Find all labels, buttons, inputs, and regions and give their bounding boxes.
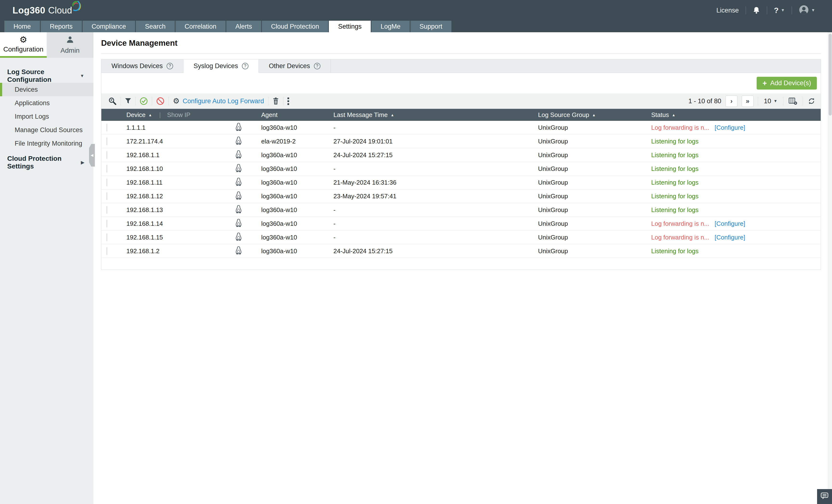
- sort-asc-icon[interactable]: ▲: [148, 113, 152, 117]
- agent-name: log360a-w10: [255, 247, 327, 255]
- last-message-time: -: [327, 124, 531, 131]
- sort-asc-icon[interactable]: ▲: [390, 113, 394, 117]
- tab-syslog-devices[interactable]: Syslog Devices ?: [183, 59, 259, 73]
- user-account-menu[interactable]: ▼: [799, 5, 815, 16]
- status-text: Listening for logs: [651, 247, 699, 255]
- device-name[interactable]: 192.168.1.13: [120, 206, 228, 214]
- nav-tab-correlation[interactable]: Correlation: [176, 21, 226, 32]
- add-devices-button[interactable]: + Add Device(s): [757, 77, 817, 89]
- sidebar-tab-admin[interactable]: Admin: [47, 32, 94, 58]
- sidebar-mode-tabs: ⚙ Configuration Admin: [0, 32, 94, 58]
- tab-windows-devices[interactable]: Windows Devices ?: [101, 59, 183, 73]
- topbar-divider: [767, 6, 767, 15]
- configure-link[interactable]: [Configure]: [714, 124, 745, 131]
- enable-check-icon[interactable]: [135, 97, 152, 105]
- last-message-time: 27-Jul-2024 19:01:01: [327, 138, 531, 145]
- help-menu[interactable]: ? ▼: [774, 6, 785, 15]
- filter-icon[interactable]: [121, 98, 135, 104]
- sidebar-group-log-source-configuration[interactable]: Log Source Configuration ▼: [0, 69, 94, 83]
- row-checkbox[interactable]: [107, 137, 107, 145]
- nav-tab-compliance[interactable]: Compliance: [83, 21, 135, 32]
- configure-auto-log-forward-label: Configure Auto Log Forward: [183, 98, 264, 105]
- last-page-button[interactable]: »: [742, 96, 754, 107]
- nav-tab-reports[interactable]: Reports: [41, 21, 82, 32]
- nav-tab-cloud-protection[interactable]: Cloud Protection: [262, 21, 328, 32]
- row-checkbox[interactable]: [107, 247, 107, 255]
- device-name[interactable]: 192.168.1.12: [120, 192, 228, 200]
- configure-link[interactable]: [Configure]: [714, 220, 745, 228]
- device-name[interactable]: 172.21.174.4: [120, 138, 228, 145]
- col-device[interactable]: Device: [126, 111, 146, 119]
- row-checkbox[interactable]: [107, 151, 107, 159]
- device-name[interactable]: 192.168.1.10: [120, 165, 228, 173]
- row-checkbox[interactable]: [107, 124, 107, 131]
- sidebar-tab-configuration[interactable]: ⚙ Configuration: [0, 32, 47, 58]
- row-checkbox[interactable]: [107, 220, 107, 228]
- col-last-message-time[interactable]: Last Message Time: [333, 111, 388, 119]
- nav-tab-support[interactable]: Support: [411, 21, 452, 32]
- help-circle-icon[interactable]: ?: [314, 63, 320, 69]
- row-checkbox[interactable]: [107, 234, 107, 241]
- sidebar-item-file-integrity-monitoring[interactable]: File Integrity Monitoring: [0, 137, 94, 150]
- help-circle-icon[interactable]: ?: [242, 63, 249, 69]
- device-name[interactable]: 192.168.1.2: [120, 247, 228, 255]
- delete-trash-icon[interactable]: [268, 98, 283, 105]
- sidebar-item-applications[interactable]: Applications: [0, 96, 94, 110]
- log-source-group: UnixGroup: [531, 247, 645, 255]
- agent-name: log360a-w10: [255, 165, 327, 173]
- pagination-range: 1 - 10 of 80: [688, 98, 722, 105]
- column-chooser-icon[interactable]: [788, 97, 798, 105]
- sort-asc-icon[interactable]: ▲: [592, 113, 596, 117]
- tab-label: Windows Devices: [111, 62, 163, 70]
- linux-penguin-icon: [235, 136, 242, 146]
- nav-tab-home[interactable]: Home: [4, 21, 40, 32]
- row-checkbox[interactable]: [107, 206, 107, 214]
- sidebar-collapse-handle[interactable]: ◀: [89, 144, 95, 166]
- scrollbar-thumb[interactable]: [829, 34, 832, 115]
- device-name[interactable]: 192.168.1.11: [120, 179, 228, 186]
- scrollbar-track[interactable]: [828, 32, 832, 504]
- disable-block-icon[interactable]: [152, 97, 168, 105]
- agent-name: log360a-w10: [255, 234, 327, 241]
- device-name[interactable]: 192.168.1.14: [120, 220, 228, 228]
- page-size-select[interactable]: 10 ▼: [762, 98, 779, 105]
- nav-tab-logme[interactable]: LogMe: [371, 21, 410, 32]
- configure-auto-log-forward[interactable]: ⚙ Configure Auto Log Forward: [169, 98, 268, 105]
- sort-asc-icon[interactable]: ▲: [672, 113, 676, 117]
- linux-penguin-icon: [235, 178, 242, 187]
- license-link[interactable]: License: [717, 7, 739, 14]
- advanced-search-icon[interactable]: [104, 97, 121, 105]
- row-checkbox[interactable]: [107, 165, 107, 173]
- col-status[interactable]: Status: [651, 111, 669, 119]
- sidebar-item-manage-cloud-sources[interactable]: Manage Cloud Sources: [0, 123, 94, 137]
- sidebar-group-cloud-protection-settings[interactable]: Cloud Protection Settings ▶: [0, 156, 94, 169]
- nav-tab-search[interactable]: Search: [136, 21, 175, 32]
- more-actions-icon[interactable]: [283, 98, 293, 105]
- agent-name: ela-w2019-2: [255, 138, 327, 145]
- refresh-icon[interactable]: [807, 97, 816, 105]
- configure-link[interactable]: [Configure]: [714, 234, 745, 241]
- next-page-button[interactable]: ›: [726, 96, 737, 107]
- row-checkbox[interactable]: [107, 192, 107, 200]
- help-circle-icon[interactable]: ?: [166, 63, 173, 69]
- toolbar-pagination: 1 - 10 of 80 › » 10 ▼: [688, 96, 816, 107]
- tab-other-devices[interactable]: Other Devices ?: [259, 59, 331, 73]
- chevron-down-icon: ▼: [811, 8, 815, 13]
- nav-tab-alerts[interactable]: Alerts: [226, 21, 261, 32]
- sidebar-tab-label: Admin: [60, 47, 79, 54]
- linux-penguin-icon: [235, 233, 242, 242]
- device-name[interactable]: 192.168.1.1: [120, 151, 228, 159]
- add-devices-label: Add Device(s): [770, 79, 811, 87]
- device-name[interactable]: 192.168.1.15: [120, 234, 228, 241]
- row-checkbox[interactable]: [107, 179, 107, 186]
- device-name[interactable]: 1.1.1.1: [120, 124, 228, 131]
- chat-support-button[interactable]: [817, 489, 832, 504]
- notifications-bell-icon[interactable]: [753, 6, 760, 14]
- col-log-source-group[interactable]: Log Source Group: [538, 111, 589, 119]
- nav-tab-settings[interactable]: Settings: [329, 21, 371, 32]
- status-text: Listening for logs: [651, 165, 699, 173]
- show-ip-toggle[interactable]: Show IP: [167, 111, 190, 119]
- sidebar-item-devices[interactable]: Devices: [0, 83, 94, 96]
- col-agent[interactable]: Agent: [261, 111, 278, 119]
- sidebar-item-import-logs[interactable]: Import Logs: [0, 110, 94, 123]
